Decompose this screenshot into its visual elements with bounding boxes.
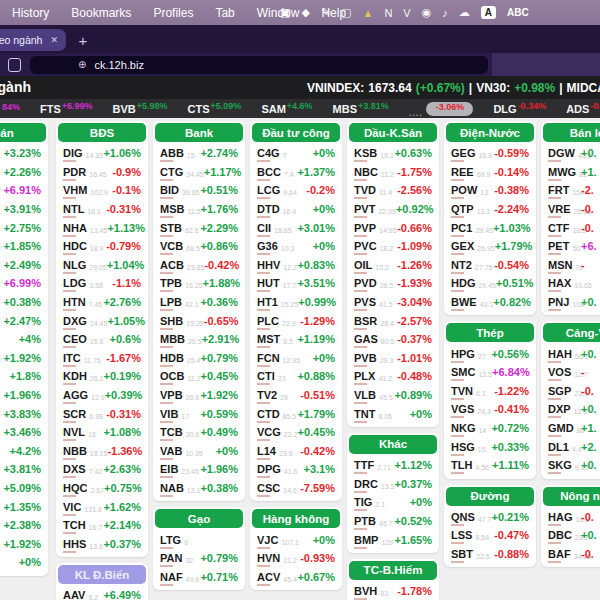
stock-row[interactable]: CEO16.8+0.6% [58, 330, 146, 349]
stock-row[interactable]: LTG6 [155, 530, 243, 549]
record-icon[interactable]: ◉ [422, 6, 432, 19]
ticker-tape[interactable]: 84%FTS+6.99%BVB+5.98%CTS+5.09%SAM+4.6%MB… [0, 99, 600, 118]
stock-row[interactable]: PVB29.3-1.01% [349, 349, 437, 368]
tape-item[interactable]: ADS-0.23% [566, 103, 600, 115]
sector-header[interactable]: Đường [446, 487, 534, 506]
stock-row[interactable]: NLG29.05+1.04% [58, 256, 146, 275]
stock-row[interactable]: GEG16.8-0.59% [446, 144, 534, 163]
stock-row[interactable]: TCB30.6+0.49% [155, 423, 243, 442]
stock-row[interactable]: DXG14.45+1.05% [58, 311, 146, 330]
mute-icon[interactable]: ♪ [442, 7, 448, 19]
stock-row[interactable]: HT115.25+0.99% [252, 293, 340, 312]
stock-row[interactable]: HAH56.1+0. [543, 344, 600, 363]
notes-icon[interactable]: N [384, 7, 392, 19]
stock-row[interactable]: DL14.4+2. [543, 437, 600, 456]
stock-row[interactable]: +1.96% [0, 386, 46, 405]
stock-row[interactable]: MWG81+1. [543, 163, 600, 182]
screenshot-icon[interactable]: ▣ [280, 6, 290, 19]
stock-row[interactable]: STB62.6+2.29% [155, 218, 243, 237]
cloud-icon[interactable]: ☁ [459, 6, 470, 19]
stock-row[interactable]: PVP14.95-0.66% [349, 218, 437, 237]
stock-row[interactable]: +1.92% [0, 534, 46, 553]
active-tab[interactable]: heo ngành ✕ [0, 29, 66, 51]
stock-row[interactable]: +0.38% [0, 293, 46, 312]
stock-row[interactable]: TIG2.1+0% [349, 493, 437, 512]
stock-row[interactable]: NAB13.1+0.38% [155, 479, 243, 498]
stock-row[interactable]: OIL15.2-1.26% [349, 256, 437, 275]
stock-row[interactable]: CTG34.45+1.17% [155, 163, 243, 182]
stock-row[interactable]: +1.85% [0, 237, 46, 256]
stock-row[interactable]: LPB42.1+0.36% [155, 293, 243, 312]
stock-row[interactable]: VIB17+0.59% [155, 404, 243, 423]
stock-row[interactable]: DXS7.42+2.63% [58, 460, 146, 479]
tape-item[interactable]: -3.06% [426, 102, 474, 116]
stock-row[interactable]: DRC13.5+0.37% [349, 475, 437, 494]
stock-row[interactable]: GAS80.5-0.37% [349, 330, 437, 349]
sector-header[interactable]: Bank [155, 123, 243, 142]
stock-row[interactable]: BSR28.4-2.57% [349, 311, 437, 330]
stock-row[interactable]: PVD26.5-1.93% [349, 274, 437, 293]
v-icon[interactable]: V [403, 7, 410, 19]
stock-row[interactable]: MSB11.5+1.76% [155, 200, 243, 219]
tape-item[interactable]: .... [409, 108, 424, 118]
sector-header[interactable]: Cảng-V. [543, 323, 600, 342]
stock-row[interactable]: HUT17.7+3.51% [252, 274, 340, 293]
stock-row[interactable]: LCG9.64-0.2% [252, 181, 340, 200]
stock-row[interactable]: DIG14.35+1.06% [58, 144, 146, 163]
new-tab-button[interactable]: + [72, 29, 94, 51]
stock-row[interactable]: HSG15+0.33% [446, 437, 534, 456]
stock-row[interactable]: QTP13.1-2.24% [446, 200, 534, 219]
menu-item-history[interactable]: History [12, 6, 49, 20]
stock-row[interactable]: GMD80+1. [543, 419, 600, 438]
stock-row[interactable]: BWE43.1+0.82% [446, 293, 534, 312]
stock-row[interactable]: CTF18.3-0. [543, 218, 600, 237]
stock-row[interactable]: SHB15.25-0.65% [155, 311, 243, 330]
stock-row[interactable]: NTL16.1-0.31% [58, 200, 146, 219]
stock-row[interactable]: VRE25.55-0. [543, 200, 600, 219]
stock-row[interactable]: +1.92% [0, 349, 46, 368]
stock-row[interactable]: VHM102.9-0.1% [58, 181, 146, 200]
stock-row[interactable]: NVL16+1.08% [58, 423, 146, 442]
stock-row[interactable]: NBB18.15-1.36% [58, 442, 146, 461]
stock-row[interactable]: TPB16.25+1.88% [155, 274, 243, 293]
sector-header[interactable]: Hàng không [252, 509, 340, 528]
stock-row[interactable]: TCH16.7+2.14% [58, 516, 146, 535]
stock-row[interactable]: POW13-0.38% [446, 181, 534, 200]
pen-icon[interactable]: ✎ [321, 6, 330, 19]
stock-row[interactable]: TV229-0.51% [252, 386, 340, 405]
stock-row[interactable]: DBC23.2+0. [543, 526, 600, 545]
menu-item-tab[interactable]: Tab [215, 6, 234, 20]
stock-row[interactable]: PVS41.5-3.04% [349, 293, 437, 312]
stock-row[interactable]: HTN7.45+2.76% [58, 293, 146, 312]
stock-row[interactable]: L1423.6-0.42% [252, 442, 340, 461]
stock-row[interactable]: FRT154.4-2. [543, 181, 600, 200]
stock-row[interactable]: SKG9.19+0. [543, 456, 600, 475]
stock-row[interactable]: AAV8.2+6.49% [58, 586, 146, 600]
sector-header[interactable]: Điện-Nước [446, 123, 534, 142]
sector-header[interactable]: Nông ngh [543, 487, 600, 506]
stock-row[interactable]: PVT22.05+0.92% [349, 200, 437, 219]
shield-icon[interactable]: ◆ [301, 6, 309, 19]
stock-row[interactable]: HDC18.9-0.79% [58, 237, 146, 256]
stock-row[interactable]: VJC107.1+0% [252, 530, 340, 549]
stock-row[interactable]: ACV45.4+0.67% [252, 567, 340, 586]
stock-row[interactable]: NKG14+0.72% [446, 419, 534, 438]
stock-row[interactable]: +3.46% [0, 423, 46, 442]
tape-item[interactable]: BVB+5.98% [113, 103, 168, 115]
stock-row[interactable]: +0% [0, 553, 46, 572]
stock-row[interactable]: BAF34.65-0. [543, 545, 600, 564]
stock-row[interactable]: +1.35% [0, 497, 46, 516]
sidebar-icon[interactable] [8, 58, 21, 72]
stock-row[interactable]: TLH4.56+1.11% [446, 456, 534, 475]
stock-row[interactable]: +2.38% [0, 516, 46, 535]
sector-header[interactable]: Gạo [155, 509, 243, 528]
tape-item[interactable]: 84% [1, 104, 20, 114]
stock-row[interactable]: BVH83-1.78% [349, 582, 437, 600]
stock-row[interactable]: TVD11.4-2.56% [349, 181, 437, 200]
stock-row[interactable]: +6.91% [0, 181, 46, 200]
stock-row[interactable]: REE69.9-0.14% [446, 163, 534, 182]
stock-row[interactable]: +3.81% [0, 460, 46, 479]
stock-row[interactable]: HHV12.2+0.83% [252, 256, 340, 275]
stock-row[interactable]: CII18.85+3.01% [252, 218, 340, 237]
stock-row[interactable]: PET50.7+6. [543, 237, 600, 256]
